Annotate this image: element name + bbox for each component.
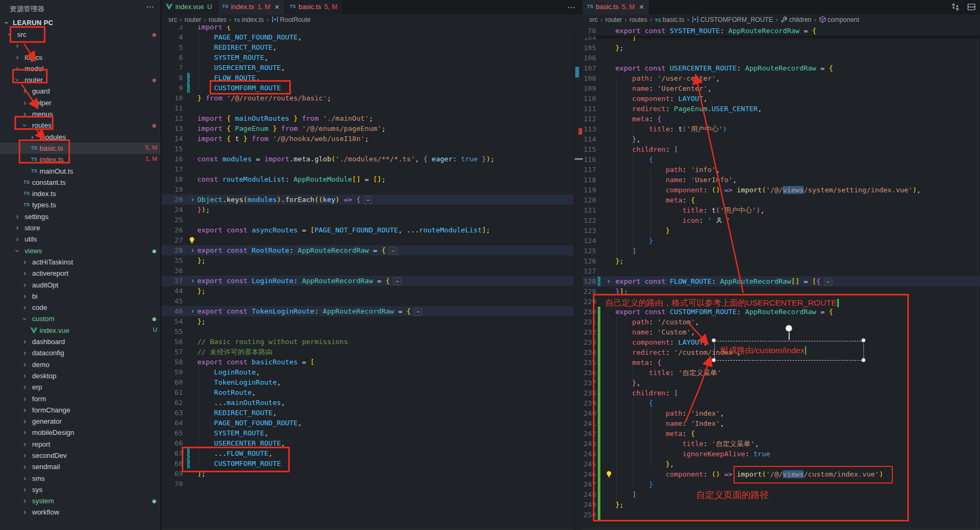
tree-item-index.vue[interactable]: index.vueU [0,325,160,336]
workspace-root[interactable]: LEARUN PC [0,17,160,29]
code-line-105[interactable]: 105}; [583,43,980,53]
tree-item-index.ts[interactable]: TSindex.ts [0,188,160,199]
horizontal-scrollbar[interactable] [583,527,980,530]
tree-item-menus[interactable]: menus [0,108,160,120]
tree-item-code[interactable]: code [0,302,160,313]
tree-item-types.ts[interactable]: TStypes.ts [0,199,160,211]
code-line-44[interactable]: 44}; [161,286,574,296]
code-line-28[interactable]: 28›export const RootRoute: AppRouteRecor… [161,245,574,255]
code-line-61[interactable]: 61 RootRoute, [161,387,574,398]
code-line-112[interactable]: 112 meta: { [583,114,980,124]
editor-index-ts[interactable]: 3import {4 PAGE_NOT_FOUND_ROUTE,5 REDIRE… [161,26,574,530]
code-line-4[interactable]: 4 PAGE_NOT_FOUND_ROUTE, [161,32,574,42]
code-line-239[interactable]: 239 { [583,398,980,408]
code-line-14[interactable]: 14import { t } from '/@/hooks/web/useI18… [161,134,574,144]
code-line-126[interactable]: 126}; [583,256,980,266]
fold-chevron-icon[interactable]: › [190,194,195,205]
editor-basic-ts[interactable]: 104 ]105};106107export const USERCENTER_… [583,26,980,530]
code-line-19[interactable]: 19 [161,184,574,194]
sticky-scroll-line[interactable]: 76export const SYSTEM_ROUTE: AppRouteRec… [583,26,980,36]
code-line-13[interactable]: 13import { PageEnum } from '/@/enums/pag… [161,123,574,134]
code-line-242[interactable]: 242 meta: { [583,428,980,439]
code-line-56[interactable]: 56// Basic routing without permissions [161,337,574,347]
selection-handle[interactable] [861,338,866,342]
code-line-5[interactable]: 5 REDIRECT_ROUTE, [161,42,574,52]
code-line-46[interactable]: 46›export const TokenLoginRoute: AppRout… [161,306,574,316]
folded-code-chip[interactable]: ⋯ [389,247,397,255]
tree-item-views[interactable]: views [0,245,160,256]
code-line-12[interactable]: 12import { mainOutRoutes } from './mainO… [161,113,574,123]
code-line-55[interactable]: 55 [161,326,574,337]
tree-item-utils[interactable]: utils [0,233,160,245]
folded-code-chip[interactable]: ⋯ [824,278,832,286]
code-line-66[interactable]: 66 USERCENTER_ROUTE, [161,438,574,448]
tree-item-dataconfig[interactable]: dataconfig [0,347,160,358]
folded-code-chip[interactable]: ⋯ [414,308,422,316]
tree-item-report[interactable]: report [0,439,160,450]
overview-ruler[interactable] [574,26,583,530]
tree-item-form[interactable]: form [0,393,160,404]
tree-item-demo[interactable]: demo [0,359,160,370]
code-line-237[interactable]: 237 }, [583,378,980,388]
editor-layout-icon[interactable] [967,3,976,11]
fold-chevron-icon[interactable]: › [190,306,195,316]
code-line-111[interactable]: 111 redirect: PageEnum.USER_CENTER, [583,104,980,114]
fold-chevron-icon[interactable]: › [190,276,195,286]
tree-item-actHiTaskinst[interactable]: actHiTaskinst [0,256,160,268]
code-line-236[interactable]: 236 title: '自定义菜单' [583,368,980,378]
tab-index.ts[interactable]: TSindex.ts1, M✕ [218,0,285,14]
code-line-58[interactable]: 58export const basicRoutes = [ [161,357,574,367]
code-line-63[interactable]: 63 REDIRECT_ROUTE, [161,408,574,418]
code-line-67[interactable]: 67 ...FLOW_ROUTE, [161,448,574,458]
code-line-27[interactable]: 27 [161,235,574,245]
code-line-116[interactable]: 116 { [583,154,980,165]
code-line-107[interactable]: 107export const USERCENTER_ROUTE: AppRou… [583,63,980,73]
code-line-26[interactable]: 26export const asyncRoutes = [PAGE_NOT_F… [161,225,574,235]
tree-item-constant.ts[interactable]: TSconstant.ts [0,177,160,188]
code-line-109[interactable]: 109 name: 'UserCenter', [583,83,980,93]
tree-item-sys[interactable]: sys [0,484,160,495]
breadcrumb-item[interactable]: routes [209,16,226,24]
code-line-45[interactable]: 45 [161,296,574,306]
code-line-114[interactable]: 114 }, [583,134,980,144]
code-line-20[interactable]: 20›Object.keys(modules).forEach((key) =>… [161,194,574,205]
code-line-9[interactable]: 9 CUSTOMFORM_ROUTE [161,83,574,93]
code-line-240[interactable]: 240 path: 'index', [583,408,980,418]
selection-handle[interactable] [861,358,866,362]
breadcrumb-item[interactable]: component [828,16,859,24]
tab-basic.ts[interactable]: TSbasic.ts5, M✕ [583,0,650,14]
tree-item-routes[interactable]: routes [0,120,160,131]
breadcrumb-item[interactable]: index.ts [242,16,264,24]
tree-item-system[interactable]: system [0,495,160,506]
breadcrumb-item[interactable]: router [605,16,622,24]
code-line-115[interactable]: 115 children: [ [583,144,980,154]
code-line-62[interactable]: 62 ...mainOutRoutes, [161,398,574,408]
code-line-124[interactable]: 124 } [583,236,980,246]
tree-item-bi[interactable]: bi [0,291,160,302]
code-line-244[interactable]: 244 ignoreKeepAlive: true [583,449,980,459]
tab-index.vue[interactable]: index.vueU [161,0,218,14]
tree-item-generator[interactable]: generator [0,416,160,427]
code-line-118[interactable]: 118 name: 'UserInfo', [583,175,980,185]
code-line-37[interactable]: 37›export const LoginRoute: AppRouteReco… [161,276,574,286]
code-line-10[interactable]: 10} from '/@/router/routes/basic'; [161,93,574,103]
tree-item-model[interactable]: model [0,63,160,74]
code-line-59[interactable]: 59 LoginRoute, [161,367,574,377]
tree-item-modules[interactable]: modules [0,131,160,143]
selection-handle[interactable] [712,338,716,342]
tree-item-logics[interactable]: logics [0,52,160,63]
tree-item-auditOpt[interactable]: auditOpt [0,279,160,291]
code-line-16[interactable]: 16const modules = import.meta.glob('./mo… [161,154,574,164]
explorer-more-actions-icon[interactable]: ⋯ [146,2,154,12]
tree-item-erp[interactable]: erp [0,381,160,393]
code-line-68[interactable]: 68 CUSTOMFORM_ROUTE [161,458,574,469]
breadcrumb-item[interactable]: routes [629,16,647,24]
tree-item-basic.ts[interactable]: TSbasic.ts5, M [0,143,160,154]
code-line-36[interactable]: 36 [161,266,574,276]
code-line-119[interactable]: 119 component: () => import('/@/views/sy… [583,185,980,195]
folded-code-chip[interactable]: ⋯ [393,277,402,285]
code-line-246[interactable]: 246 component: () => import('/@/views/cu… [583,469,980,479]
fold-chevron-icon[interactable]: › [606,276,611,286]
selection-handle[interactable] [712,358,716,362]
tree-item-secondDev[interactable]: secondDev [0,450,160,461]
